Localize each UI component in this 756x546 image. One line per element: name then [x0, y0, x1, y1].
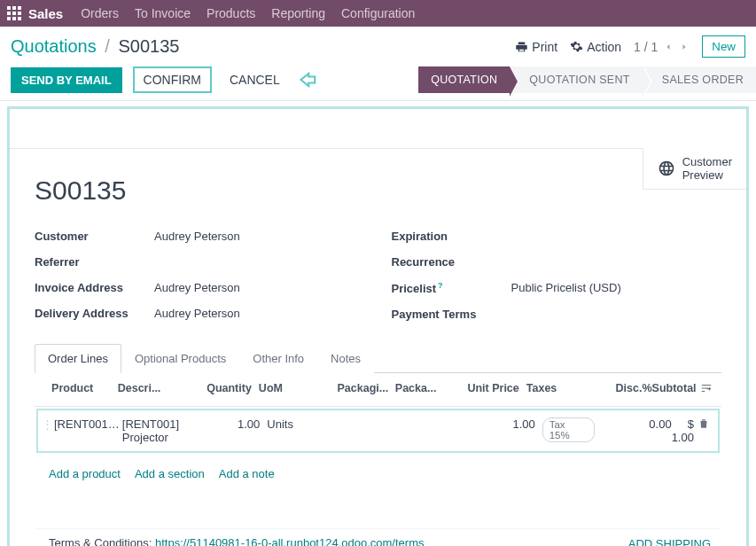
send-by-email-button[interactable]: SEND BY EMAIL	[11, 67, 122, 93]
svg-rect-0	[7, 6, 11, 10]
menu-reporting[interactable]: Reporting	[271, 6, 325, 20]
action-bar: SEND BY EMAIL CONFIRM CANCEL QUOTATION Q…	[0, 63, 756, 101]
value-invoice-addr[interactable]: Audrey Peterson	[154, 281, 240, 294]
col-uom: UoM	[259, 382, 338, 397]
header-actions: Print Action 1 / 1 New	[515, 35, 745, 58]
breadcrumb-root[interactable]: Quotations	[11, 36, 97, 56]
line-product[interactable]: [RENT001] ...	[54, 417, 122, 431]
line-unit-price[interactable]: 1.00	[476, 417, 535, 431]
print-label: Print	[532, 40, 557, 54]
tabs: Order Lines Optional Products Other Info…	[35, 343, 721, 373]
col-packaging-i: Packagi...	[338, 382, 395, 397]
columns-config-icon[interactable]	[697, 382, 716, 397]
print-action[interactable]: Print	[515, 40, 557, 54]
line-taxes[interactable]: Tax 15%	[535, 417, 596, 442]
svg-rect-8	[18, 17, 21, 20]
label-customer: Customer	[35, 230, 154, 243]
col-product: Product	[51, 382, 118, 397]
label-payment-terms: Payment Terms	[392, 308, 511, 321]
preview-line1: Customer	[682, 155, 732, 168]
breadcrumb: Quotations / S00135	[11, 36, 179, 57]
line-header: Product Descri... Quantity UoM Packagi..…	[35, 373, 721, 407]
breadcrumb-row: Quotations / S00135 Print Action 1 / 1 N…	[0, 27, 756, 63]
customer-preview-button[interactable]: Customer Preview	[643, 148, 746, 190]
value-pricelist[interactable]: Public Pricelist (USD)	[511, 281, 621, 295]
new-button[interactable]: New	[702, 35, 745, 58]
delete-line-icon[interactable]	[694, 417, 714, 433]
add-note-link[interactable]: Add a note	[219, 467, 275, 480]
value-customer[interactable]: Audrey Peterson	[154, 230, 240, 243]
line-qty[interactable]: 1.00	[207, 417, 268, 431]
value-delivery-addr[interactable]: Audrey Peterson	[154, 307, 240, 320]
line-disc[interactable]: 0.00	[595, 417, 671, 431]
label-referrer: Referrer	[35, 255, 154, 269]
order-title: S00135	[35, 176, 721, 206]
confirm-button[interactable]: CONFIRM	[133, 66, 212, 93]
col-disc: Disc.%	[578, 382, 652, 397]
terms-link[interactable]: https://51140981-16-0-all.runbot124.odoo…	[155, 536, 425, 546]
drag-handle-icon[interactable]: ⋮⋮	[42, 417, 54, 431]
add-section-link[interactable]: Add a section	[135, 467, 205, 480]
menu-orders[interactable]: Orders	[81, 6, 119, 20]
chevron-right-icon[interactable]	[679, 42, 690, 52]
line-uom[interactable]: Units	[267, 417, 347, 431]
status-quotation[interactable]: QUOTATION	[418, 66, 510, 93]
status-quotation-sent[interactable]: QUOTATION SENT	[510, 66, 642, 93]
svg-rect-1	[12, 6, 16, 10]
preview-line2: Preview	[682, 168, 732, 182]
menu-products[interactable]: Products	[207, 6, 255, 20]
svg-rect-5	[18, 12, 21, 15]
tab-notes[interactable]: Notes	[317, 344, 374, 373]
highlight-arrow-icon	[298, 67, 323, 92]
chevron-left-icon[interactable]	[663, 42, 674, 52]
cancel-button[interactable]: CANCEL	[222, 67, 287, 92]
line-row-highlight: ⋮⋮ [RENT001] ... [RENT001] Projector 1.0…	[36, 409, 720, 453]
svg-rect-7	[12, 17, 16, 20]
breadcrumb-current: S00135	[118, 36, 179, 56]
apps-icon[interactable]	[7, 6, 21, 20]
breadcrumb-sep: /	[105, 36, 110, 56]
form-body: Customer Preview S00135 CustomerAudrey P…	[7, 106, 749, 546]
print-icon	[515, 40, 528, 53]
gear-icon	[570, 40, 583, 53]
action-menu[interactable]: Action	[570, 40, 621, 54]
globe-icon	[658, 160, 675, 177]
add-links: Add a product Add a section Add a note	[35, 455, 721, 493]
menu-to-invoice[interactable]: To Invoice	[135, 6, 191, 20]
label-pricelist: Pricelist?	[392, 281, 511, 295]
tab-order-lines[interactable]: Order Lines	[35, 344, 121, 373]
svg-rect-6	[7, 17, 11, 20]
pager: 1 / 1	[634, 40, 690, 54]
tab-optional-products[interactable]: Optional Products	[121, 344, 239, 373]
add-shipping-link[interactable]: ADD SHIPPING	[534, 532, 711, 546]
pager-text: 1 / 1	[634, 40, 658, 54]
tab-other-info[interactable]: Other Info	[239, 344, 317, 373]
svg-rect-4	[12, 12, 16, 15]
status-sales-order[interactable]: SALES ORDER	[643, 66, 756, 93]
col-description: Descri...	[118, 382, 200, 397]
order-line-row[interactable]: ⋮⋮ [RENT001] ... [RENT001] Projector 1.0…	[38, 410, 718, 451]
col-subtotal: Subtotal	[652, 382, 697, 397]
label-expiration: Expiration	[392, 230, 511, 243]
app-title[interactable]: Sales	[28, 6, 63, 21]
label-invoice-addr: Invoice Address	[35, 281, 154, 294]
col-packaging-a: Packa...	[395, 382, 462, 397]
line-description[interactable]: [RENT001] Projector	[122, 417, 207, 444]
label-recurrence: Recurrence	[392, 255, 511, 269]
line-subtotal: $ 1.00	[672, 417, 694, 444]
status-bar: QUOTATION QUOTATION SENT SALES ORDER	[418, 66, 756, 93]
col-taxes: Taxes	[519, 382, 578, 397]
add-product-link[interactable]: Add a product	[49, 467, 121, 480]
col-quantity: Quantity	[200, 382, 259, 397]
menu-configuration[interactable]: Configuration	[341, 6, 415, 20]
terms-label: Terms & Conditions:	[49, 536, 152, 546]
svg-rect-3	[7, 12, 11, 15]
help-icon[interactable]: ?	[438, 281, 443, 290]
top-navbar: Sales Orders To Invoice Products Reporti…	[0, 0, 756, 27]
action-label: Action	[587, 40, 621, 54]
svg-rect-2	[18, 6, 21, 10]
totals-box: ADD SHIPPING Untaxed Amount: $ 1.00 Tax …	[534, 532, 711, 546]
col-unit-price: Unit Price	[461, 382, 518, 397]
label-delivery-addr: Delivery Address	[35, 307, 154, 320]
